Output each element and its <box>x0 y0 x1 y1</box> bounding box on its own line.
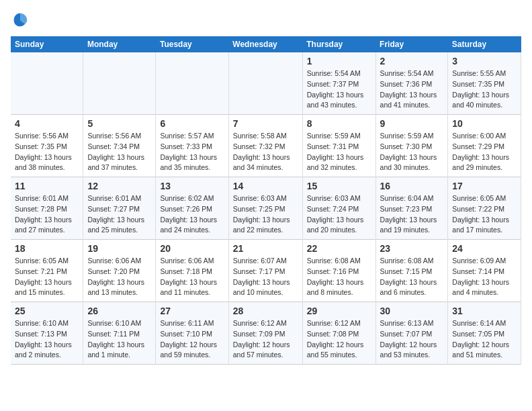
day-info: Sunrise: 6:05 AM Sunset: 7:22 PM Dayligh… <box>452 193 517 236</box>
day-cell: 30Sunrise: 6:13 AM Sunset: 7:07 PM Dayli… <box>375 302 448 365</box>
day-info: Sunrise: 6:06 AM Sunset: 7:18 PM Dayligh… <box>160 256 224 298</box>
day-number: 8 <box>307 118 371 129</box>
day-cell: 28Sunrise: 6:12 AM Sunset: 7:09 PM Dayli… <box>228 302 302 365</box>
day-info: Sunrise: 5:58 AM Sunset: 7:32 PM Dayligh… <box>233 131 298 173</box>
calendar-header: SundayMondayTuesdayWednesdayThursdayFrid… <box>11 36 521 52</box>
day-cell: 9Sunrise: 5:59 AM Sunset: 7:30 PM Daylig… <box>375 115 448 177</box>
week-row-3: 11Sunrise: 6:01 AM Sunset: 7:28 PM Dayli… <box>11 177 521 240</box>
day-info: Sunrise: 5:54 AM Sunset: 7:36 PM Dayligh… <box>380 68 444 111</box>
day-info: Sunrise: 6:09 AM Sunset: 7:14 PM Dayligh… <box>452 256 517 298</box>
day-cell: 25Sunrise: 6:10 AM Sunset: 7:13 PM Dayli… <box>11 302 83 365</box>
day-info: Sunrise: 5:59 AM Sunset: 7:30 PM Dayligh… <box>380 131 444 173</box>
day-info: Sunrise: 6:03 AM Sunset: 7:24 PM Dayligh… <box>307 193 371 236</box>
day-number: 28 <box>233 306 298 316</box>
day-cell: 20Sunrise: 6:06 AM Sunset: 7:18 PM Dayli… <box>156 240 228 302</box>
day-cell: 18Sunrise: 6:05 AM Sunset: 7:21 PM Dayli… <box>11 240 83 302</box>
day-number: 22 <box>307 243 371 254</box>
day-number: 19 <box>87 243 151 254</box>
day-info: Sunrise: 6:06 AM Sunset: 7:20 PM Dayligh… <box>87 256 151 298</box>
day-number: 9 <box>380 118 444 129</box>
day-cell <box>83 52 156 115</box>
day-cell: 23Sunrise: 6:08 AM Sunset: 7:15 PM Dayli… <box>375 240 448 302</box>
day-info: Sunrise: 5:59 AM Sunset: 7:31 PM Dayligh… <box>307 131 371 173</box>
day-cell: 11Sunrise: 6:01 AM Sunset: 7:28 PM Dayli… <box>11 177 83 240</box>
day-info: Sunrise: 6:07 AM Sunset: 7:17 PM Dayligh… <box>233 256 298 298</box>
day-number: 13 <box>160 181 224 191</box>
day-cell: 15Sunrise: 6:03 AM Sunset: 7:24 PM Dayli… <box>302 177 375 240</box>
col-header-saturday: Saturday <box>448 36 521 52</box>
day-cell: 29Sunrise: 6:12 AM Sunset: 7:08 PM Dayli… <box>302 302 375 365</box>
day-cell: 17Sunrise: 6:05 AM Sunset: 7:22 PM Dayli… <box>448 177 521 240</box>
day-cell: 27Sunrise: 6:11 AM Sunset: 7:10 PM Dayli… <box>156 302 228 365</box>
day-info: Sunrise: 6:08 AM Sunset: 7:16 PM Dayligh… <box>307 256 371 298</box>
day-cell: 14Sunrise: 6:03 AM Sunset: 7:25 PM Dayli… <box>228 177 302 240</box>
day-number: 3 <box>452 56 517 66</box>
day-number: 17 <box>452 181 517 191</box>
day-info: Sunrise: 5:55 AM Sunset: 7:35 PM Dayligh… <box>452 68 517 111</box>
day-number: 4 <box>15 118 79 129</box>
day-cell: 10Sunrise: 6:00 AM Sunset: 7:29 PM Dayli… <box>448 115 521 177</box>
day-info: Sunrise: 6:12 AM Sunset: 7:08 PM Dayligh… <box>307 318 371 361</box>
week-row-5: 25Sunrise: 6:10 AM Sunset: 7:13 PM Dayli… <box>11 302 521 365</box>
day-cell: 12Sunrise: 6:01 AM Sunset: 7:27 PM Dayli… <box>83 177 156 240</box>
day-number: 23 <box>380 243 444 254</box>
day-info: Sunrise: 5:56 AM Sunset: 7:34 PM Dayligh… <box>87 131 151 173</box>
day-info: Sunrise: 6:11 AM Sunset: 7:10 PM Dayligh… <box>160 318 224 361</box>
day-number: 10 <box>452 118 517 129</box>
day-cell: 6Sunrise: 5:57 AM Sunset: 7:33 PM Daylig… <box>156 115 228 177</box>
day-info: Sunrise: 6:02 AM Sunset: 7:26 PM Dayligh… <box>160 193 224 236</box>
day-cell <box>156 52 228 115</box>
day-info: Sunrise: 6:08 AM Sunset: 7:15 PM Dayligh… <box>380 256 444 298</box>
day-cell: 7Sunrise: 5:58 AM Sunset: 7:32 PM Daylig… <box>228 115 302 177</box>
day-info: Sunrise: 5:54 AM Sunset: 7:37 PM Dayligh… <box>307 68 371 111</box>
day-info: Sunrise: 6:05 AM Sunset: 7:21 PM Dayligh… <box>15 256 79 298</box>
day-info: Sunrise: 5:57 AM Sunset: 7:33 PM Dayligh… <box>160 131 224 173</box>
day-number: 21 <box>233 243 298 254</box>
logo-icon <box>11 11 30 30</box>
day-cell: 24Sunrise: 6:09 AM Sunset: 7:14 PM Dayli… <box>448 240 521 302</box>
col-header-thursday: Thursday <box>302 36 375 52</box>
day-number: 11 <box>15 181 79 191</box>
day-info: Sunrise: 5:56 AM Sunset: 7:35 PM Dayligh… <box>15 131 79 173</box>
day-cell: 13Sunrise: 6:02 AM Sunset: 7:26 PM Dayli… <box>156 177 228 240</box>
col-header-sunday: Sunday <box>11 36 83 52</box>
day-info: Sunrise: 6:04 AM Sunset: 7:23 PM Dayligh… <box>380 193 444 236</box>
calendar-table: SundayMondayTuesdayWednesdayThursdayFrid… <box>11 36 521 365</box>
page-header <box>11 11 521 30</box>
week-row-1: 1Sunrise: 5:54 AM Sunset: 7:37 PM Daylig… <box>11 52 521 115</box>
day-number: 6 <box>160 118 224 129</box>
day-cell: 21Sunrise: 6:07 AM Sunset: 7:17 PM Dayli… <box>228 240 302 302</box>
day-cell: 22Sunrise: 6:08 AM Sunset: 7:16 PM Dayli… <box>302 240 375 302</box>
day-info: Sunrise: 6:10 AM Sunset: 7:11 PM Dayligh… <box>87 318 151 361</box>
day-number: 27 <box>160 306 224 316</box>
day-cell: 4Sunrise: 5:56 AM Sunset: 7:35 PM Daylig… <box>11 115 83 177</box>
day-info: Sunrise: 6:01 AM Sunset: 7:28 PM Dayligh… <box>15 193 79 236</box>
day-info: Sunrise: 6:14 AM Sunset: 7:05 PM Dayligh… <box>452 318 517 361</box>
day-info: Sunrise: 6:03 AM Sunset: 7:25 PM Dayligh… <box>233 193 298 236</box>
day-number: 30 <box>380 306 444 316</box>
day-info: Sunrise: 6:00 AM Sunset: 7:29 PM Dayligh… <box>452 131 517 173</box>
day-number: 24 <box>452 243 517 254</box>
day-cell: 3Sunrise: 5:55 AM Sunset: 7:35 PM Daylig… <box>448 52 521 115</box>
day-info: Sunrise: 6:10 AM Sunset: 7:13 PM Dayligh… <box>15 318 79 361</box>
day-cell: 19Sunrise: 6:06 AM Sunset: 7:20 PM Dayli… <box>83 240 156 302</box>
week-row-2: 4Sunrise: 5:56 AM Sunset: 7:35 PM Daylig… <box>11 115 521 177</box>
day-number: 7 <box>233 118 298 129</box>
day-number: 15 <box>307 181 371 191</box>
day-cell: 26Sunrise: 6:10 AM Sunset: 7:11 PM Dayli… <box>83 302 156 365</box>
day-cell <box>228 52 302 115</box>
day-number: 12 <box>87 181 151 191</box>
day-info: Sunrise: 6:12 AM Sunset: 7:09 PM Dayligh… <box>233 318 298 361</box>
day-cell: 2Sunrise: 5:54 AM Sunset: 7:36 PM Daylig… <box>375 52 448 115</box>
day-info: Sunrise: 6:01 AM Sunset: 7:27 PM Dayligh… <box>87 193 151 236</box>
day-cell: 31Sunrise: 6:14 AM Sunset: 7:05 PM Dayli… <box>448 302 521 365</box>
day-cell: 16Sunrise: 6:04 AM Sunset: 7:23 PM Dayli… <box>375 177 448 240</box>
day-cell: 1Sunrise: 5:54 AM Sunset: 7:37 PM Daylig… <box>302 52 375 115</box>
day-number: 29 <box>307 306 371 316</box>
day-number: 31 <box>452 306 517 316</box>
col-header-wednesday: Wednesday <box>228 36 302 52</box>
day-cell: 5Sunrise: 5:56 AM Sunset: 7:34 PM Daylig… <box>83 115 156 177</box>
day-cell <box>11 52 83 115</box>
week-row-4: 18Sunrise: 6:05 AM Sunset: 7:21 PM Dayli… <box>11 240 521 302</box>
day-number: 2 <box>380 56 444 66</box>
